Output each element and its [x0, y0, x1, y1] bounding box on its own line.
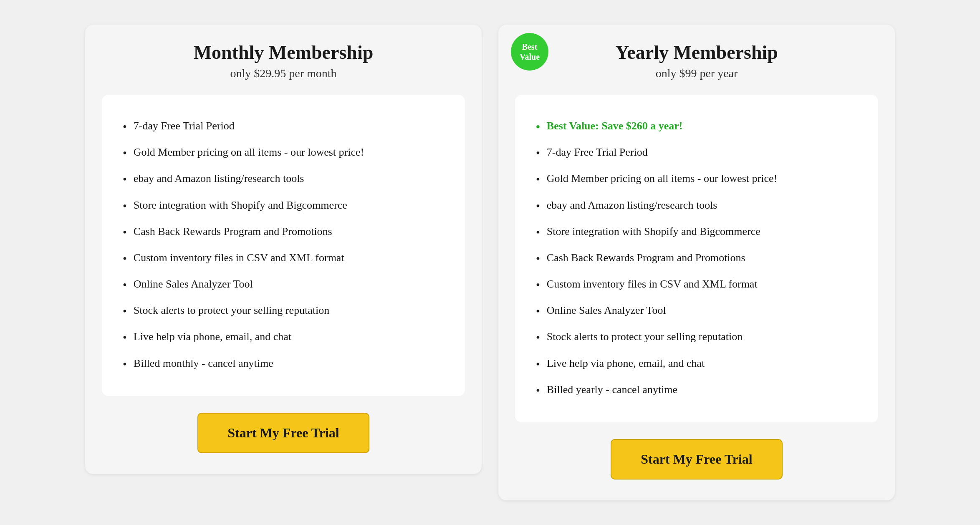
list-item: Online Sales Analyzer Tool: [536, 298, 857, 324]
yearly-plan-price: only $99 per year: [615, 67, 778, 80]
list-item: 7-day Free Trial Period: [123, 114, 444, 140]
yearly-plan-card: Best Value Yearly Membership only $99 pe…: [498, 25, 895, 500]
list-item: Store integration with Shopify and Bigco…: [536, 219, 857, 245]
monthly-plan-header: Monthly Membership only $29.95 per month: [102, 41, 465, 80]
monthly-features-list: 7-day Free Trial Period Gold Member pric…: [123, 114, 444, 377]
list-item: Custom inventory files in CSV and XML fo…: [536, 272, 857, 298]
list-item: Gold Member pricing on all items - our l…: [536, 166, 857, 192]
list-item: Store integration with Shopify and Bigco…: [123, 193, 444, 219]
list-item: Custom inventory files in CSV and XML fo…: [123, 245, 444, 272]
badge-line2: Value: [520, 52, 540, 62]
yearly-features-box: Best Value: Save $260 a year! 7-day Free…: [515, 95, 878, 422]
yearly-plan-title: Yearly Membership: [615, 41, 778, 63]
list-item: Gold Member pricing on all items - our l…: [123, 140, 444, 166]
yearly-header-text: Yearly Membership only $99 per year: [615, 41, 778, 80]
monthly-plan-title: Monthly Membership: [102, 41, 465, 63]
list-item: Stock alerts to protect your selling rep…: [123, 298, 444, 324]
plans-container: Monthly Membership only $29.95 per month…: [31, 25, 949, 500]
best-value-badge: Best Value: [511, 33, 548, 71]
list-item-best-value: Best Value: Save $260 a year!: [536, 114, 857, 140]
yearly-trial-button[interactable]: Start My Free Trial: [611, 439, 782, 480]
list-item: Cash Back Rewards Program and Promotions: [536, 245, 857, 272]
list-item: Online Sales Analyzer Tool: [123, 272, 444, 298]
monthly-plan-card: Monthly Membership only $29.95 per month…: [85, 25, 482, 474]
monthly-plan-price: only $29.95 per month: [102, 67, 465, 80]
list-item: ebay and Amazon listing/research tools: [123, 166, 444, 192]
yearly-button-container: Start My Free Trial: [515, 439, 878, 480]
list-item: Billed monthly - cancel anytime: [123, 351, 444, 377]
badge-line1: Best: [522, 42, 538, 52]
yearly-plan-header: Best Value Yearly Membership only $99 pe…: [515, 41, 878, 80]
list-item: Cash Back Rewards Program and Promotions: [123, 219, 444, 245]
list-item: Stock alerts to protect your selling rep…: [536, 324, 857, 351]
yearly-features-list: Best Value: Save $260 a year! 7-day Free…: [536, 114, 857, 404]
monthly-button-container: Start My Free Trial: [102, 413, 465, 453]
list-item: 7-day Free Trial Period: [536, 140, 857, 166]
list-item: Live help via phone, email, and chat: [123, 324, 444, 351]
monthly-features-box: 7-day Free Trial Period Gold Member pric…: [102, 95, 465, 396]
list-item: Billed yearly - cancel anytime: [536, 377, 857, 404]
monthly-trial-button[interactable]: Start My Free Trial: [197, 413, 369, 453]
list-item: Live help via phone, email, and chat: [536, 351, 857, 377]
list-item: ebay and Amazon listing/research tools: [536, 193, 857, 219]
